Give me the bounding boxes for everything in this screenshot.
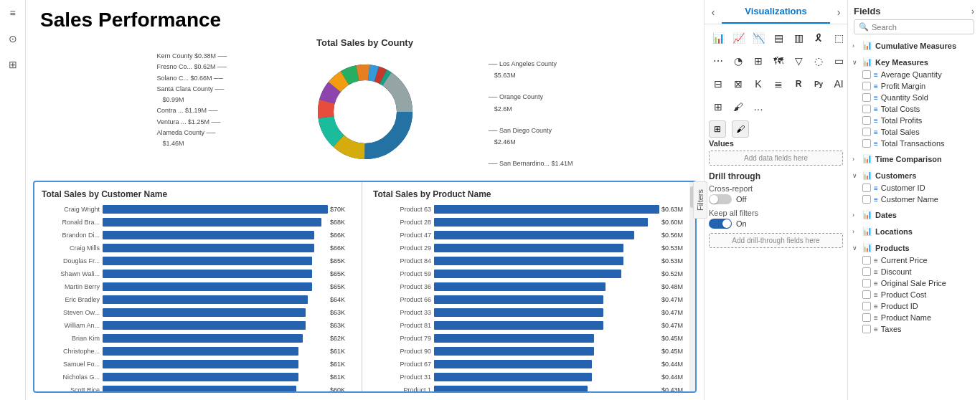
field-item: ≡ Total Profits bbox=[851, 115, 977, 126]
field-checkbox[interactable] bbox=[862, 195, 871, 204]
cross-report-toggle[interactable] bbox=[709, 194, 732, 204]
viz-icon-table[interactable]: ⊟ bbox=[709, 75, 727, 93]
viz-icon-linechart[interactable]: 📈 bbox=[729, 29, 748, 47]
viz-icon-slicer[interactable]: ≣ bbox=[769, 75, 788, 93]
viz-icon-matrix[interactable]: ⊠ bbox=[729, 75, 748, 93]
bar-value: $62K bbox=[328, 335, 351, 342]
field-checkbox[interactable] bbox=[862, 128, 871, 136]
field-checkbox[interactable] bbox=[862, 279, 871, 287]
viz-icon-gauge[interactable]: ◌ bbox=[809, 52, 828, 70]
donut-label-alameda: Alameda County ── bbox=[157, 128, 227, 138]
bar-label: Product 63 bbox=[373, 206, 434, 213]
field-group-icon: 📊 bbox=[862, 243, 872, 252]
add-data-field[interactable]: Add data fields here bbox=[709, 151, 843, 166]
field-group-header-key-measures[interactable]: ∨ 📊 Key Measures bbox=[851, 55, 977, 69]
bar-fill bbox=[103, 334, 303, 343]
field-checkbox[interactable] bbox=[862, 313, 871, 322]
viz-icon-py[interactable]: Py bbox=[809, 75, 828, 93]
donut-label-santaclara: Santa Clara County ── bbox=[157, 84, 227, 95]
field-item-label: Average Quantity bbox=[881, 70, 942, 79]
field-checkbox[interactable] bbox=[862, 82, 871, 90]
field-item: ≡ Total Sales bbox=[851, 126, 977, 138]
field-checkbox[interactable] bbox=[862, 325, 871, 333]
viz-icon-ribbon[interactable]: 🎗 bbox=[809, 29, 828, 47]
viz-icon-ai[interactable]: AI bbox=[829, 75, 847, 93]
field-checkbox[interactable] bbox=[862, 267, 871, 276]
nav-icon-pages[interactable]: ⊞ bbox=[6, 57, 20, 72]
viz-icon-scatter[interactable]: ⋯ bbox=[709, 52, 727, 70]
field-checkbox[interactable] bbox=[862, 70, 871, 79]
field-group-header-locations[interactable]: › 📊 Locations bbox=[851, 224, 977, 238]
add-drill-through-btn[interactable]: Add drill-through fields here bbox=[709, 233, 843, 248]
svg-point-13 bbox=[338, 85, 392, 139]
field-group-arrow: › bbox=[852, 42, 859, 49]
field-group-header-products[interactable]: ∨ 📊 Products bbox=[851, 241, 977, 254]
donut-label-orange: ── Orange County bbox=[489, 91, 573, 103]
viz-prev-arrow[interactable]: ‹ bbox=[705, 0, 722, 24]
field-group: › 📊 Cumulative Measures bbox=[851, 39, 977, 52]
filters-tab[interactable]: Filters bbox=[693, 181, 707, 219]
field-item-label: Current Price bbox=[881, 256, 928, 265]
field-item-label: Total Transactions bbox=[881, 139, 945, 148]
table-row: Product 33 $0.47M bbox=[373, 307, 682, 318]
field-checkbox[interactable] bbox=[862, 302, 871, 310]
viz-icon-barchart[interactable]: 📊 bbox=[709, 29, 727, 47]
bar-track bbox=[434, 295, 659, 304]
nav-icon-home[interactable]: ⊙ bbox=[6, 32, 20, 46]
viz-icon-areachart[interactable]: 📉 bbox=[749, 29, 768, 47]
field-item-icon: ≡ bbox=[874, 268, 878, 276]
viz-icon-r[interactable]: R bbox=[789, 75, 808, 93]
viz-icon-custom1[interactable]: … bbox=[749, 97, 768, 116]
field-group-header-time-comparison[interactable]: › 📊 Time Comparison bbox=[851, 152, 977, 166]
analytics-icon[interactable]: 🖌 bbox=[732, 120, 749, 138]
fields-search-input[interactable] bbox=[872, 23, 969, 32]
field-group-header-customers[interactable]: ∨ 📊 Customers bbox=[851, 168, 977, 182]
field-checkbox[interactable] bbox=[862, 290, 871, 299]
viz-panel-header: ‹ Visualizations › bbox=[705, 0, 847, 24]
viz-icon-clustered[interactable]: ▥ bbox=[789, 29, 808, 47]
donut-label-sanbernardino: ── San Bernardino... $1.41M bbox=[489, 158, 573, 169]
donut-chart-container: Kern County $0.38M ── Fresno Co... $0.62… bbox=[150, 51, 580, 173]
fields-search-box[interactable]: 🔍 bbox=[854, 19, 974, 34]
bar-track bbox=[434, 347, 659, 356]
viz-icon-map[interactable]: 🗺 bbox=[769, 52, 788, 70]
bar-track bbox=[434, 308, 659, 317]
viz-next-arrow[interactable]: › bbox=[830, 0, 847, 24]
table-row: Product 81 $0.47M bbox=[373, 320, 682, 331]
fields-collapse-arrow[interactable]: › bbox=[971, 6, 974, 16]
field-checkbox[interactable] bbox=[862, 105, 871, 113]
values-row: ⊞ 🖌 bbox=[709, 120, 843, 138]
field-checkbox[interactable] bbox=[862, 116, 871, 125]
donut-label-sandiego: ── San Diego County bbox=[489, 125, 573, 136]
table-row: Product 67 $0.44M bbox=[373, 358, 682, 370]
field-item-label: Profit Margin bbox=[881, 82, 925, 90]
viz-icon-stacked[interactable]: ▤ bbox=[769, 29, 788, 47]
field-checkbox[interactable] bbox=[862, 184, 871, 192]
bar-track bbox=[103, 257, 328, 265]
viz-icon-grid2[interactable]: ⊞ bbox=[709, 97, 727, 116]
viz-icon-funnel[interactable]: ▽ bbox=[789, 52, 808, 70]
table-row: Product 63 $0.63M bbox=[373, 204, 682, 215]
bar-fill bbox=[434, 308, 603, 317]
viz-icon-paint[interactable]: 🖌 bbox=[729, 97, 748, 116]
viz-icon-kpi[interactable]: K bbox=[749, 75, 768, 93]
field-item-label: Total Profits bbox=[881, 116, 922, 125]
field-item-icon: ≡ bbox=[874, 105, 878, 113]
keep-filters-toggle[interactable] bbox=[709, 219, 732, 229]
visualizations-tab[interactable]: Visualizations bbox=[722, 0, 830, 24]
field-group-header-dates[interactable]: › 📊 Dates bbox=[851, 208, 977, 222]
donut-label-contra: Contra ... $1.19M ── bbox=[157, 105, 227, 116]
field-checkbox[interactable] bbox=[862, 93, 871, 102]
field-checkbox[interactable] bbox=[862, 139, 871, 148]
format-icon[interactable]: ⊞ bbox=[709, 120, 726, 138]
field-item-label: Quantity Sold bbox=[881, 93, 928, 102]
nav-icon-menu[interactable]: ≡ bbox=[6, 6, 20, 20]
viz-icon-treemap[interactable]: ⊞ bbox=[749, 52, 768, 70]
viz-icon-card[interactable]: ▭ bbox=[829, 52, 847, 70]
field-item-icon: ≡ bbox=[874, 314, 878, 322]
viz-icon-waterfall[interactable]: ⬚ bbox=[829, 29, 847, 47]
field-checkbox[interactable] bbox=[862, 256, 871, 265]
viz-icon-pie[interactable]: ◔ bbox=[729, 52, 748, 70]
field-item-icon: ≡ bbox=[874, 325, 878, 333]
field-group-header-cumulative-measures[interactable]: › 📊 Cumulative Measures bbox=[851, 39, 977, 52]
